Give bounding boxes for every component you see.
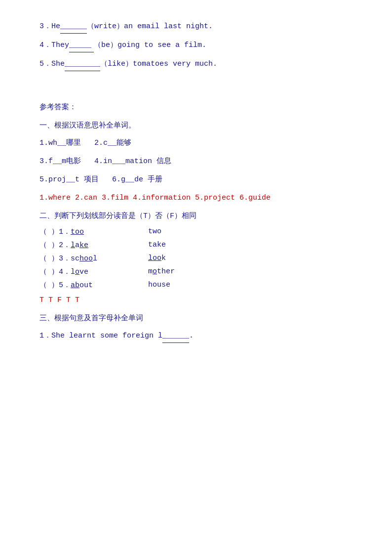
exercise-item-3: 3．He______（write）an email last night. (39, 20, 353, 34)
pair-4-left: （ ）4．love (39, 267, 148, 276)
section2: 二、判断下列划线部分读音是（T）否（F）相同 （ ）1．too two （ ）2… (39, 210, 353, 307)
exercise-3-blank: ______ (60, 20, 87, 34)
section1: 一、根据汉语意思补全单词。 1.wh__哪里 2.c__能够 3.f__m电影 … (39, 119, 353, 205)
section2-answers: T T F T T (39, 294, 353, 307)
section3-item1: 1．She learnt some foreign l______. (39, 329, 353, 343)
exercises-top: 3．He______（write）an email last night. 4．… (39, 20, 353, 71)
answers-header-text: 参考答案： (39, 103, 77, 112)
answers-header: 参考答案： (39, 101, 353, 114)
section3: 三、根据句意及首字母补全单词 1．She learnt some foreign… (39, 312, 353, 343)
pair-1-word1: too (71, 228, 84, 236)
pair-2-left: （ ）2．lake (39, 240, 148, 250)
pair-5-word1: ab (71, 281, 79, 290)
pair-5-left: （ ）5．about (39, 280, 148, 290)
section3-item1-text: 1．She learnt some foreign l (39, 332, 162, 340)
section1-row3: 5.proj__t 项目 6.g__de 手册 (39, 173, 353, 186)
exercise-4-blank: _____ (69, 39, 94, 52)
exercise-item-5: 5．She________（like）tomatoes very much. (39, 57, 353, 71)
exercise-5-num: 5．She (39, 60, 65, 68)
pair-1: （ ）1．too two (39, 227, 353, 236)
pair-3: （ ）3．school look (39, 254, 353, 263)
section3-title: 三、根据句意及首字母补全单词 (39, 312, 353, 325)
section1-answers: 1.where 2.can 3.film 4.information 5.pro… (39, 191, 353, 205)
exercise-5-hint: （like）tomatoes very much. (100, 60, 217, 68)
exercise-3-num: 3．He (39, 22, 60, 31)
section1-row1: 1.wh__哪里 2.c__能够 (39, 136, 353, 150)
pair-4-word2: mother (148, 267, 222, 276)
pair-2-word1b: ke (79, 241, 88, 250)
answers-section: 参考答案： 一、根据汉语意思补全单词。 1.wh__哪里 2.c__能够 3.f… (39, 101, 353, 343)
pair-4-word1: o (75, 268, 79, 276)
section3-item1-blank: ______ (162, 329, 189, 343)
pair-1-left: （ ）1．too (39, 227, 148, 236)
pair-1-word2: two (148, 227, 222, 236)
section2-title: 二、判断下列划线部分读音是（T）否（F）相同 (39, 210, 353, 223)
pair-4: （ ）4．love mother (39, 267, 353, 276)
section1-title: 一、根据汉语意思补全单词。 (39, 119, 353, 132)
exercise-item-4: 4．They_____（be）going to see a film. (39, 39, 353, 52)
exercise-4-hint: （be）going to see a film. (94, 41, 206, 49)
section1-row2: 3.f__m电影 4.in___mation 信息 (39, 155, 353, 168)
pair-3-left: （ ）3．school (39, 254, 148, 263)
exercise-5-blank: ________ (65, 57, 100, 71)
exercise-3-hint: （write）an email last night. (87, 22, 213, 31)
exercise-4-num: 4．They (39, 41, 69, 49)
pair-2: （ ）2．lake take (39, 240, 353, 250)
pair-3-word1: hoo (79, 255, 93, 263)
pair-2-word1: l (71, 241, 75, 250)
pair-2-word2: take (148, 241, 222, 249)
pair-5: （ ）5．about house (39, 280, 353, 290)
pair-5-word2: house (148, 281, 222, 289)
pair-3-word2: look (148, 254, 222, 262)
